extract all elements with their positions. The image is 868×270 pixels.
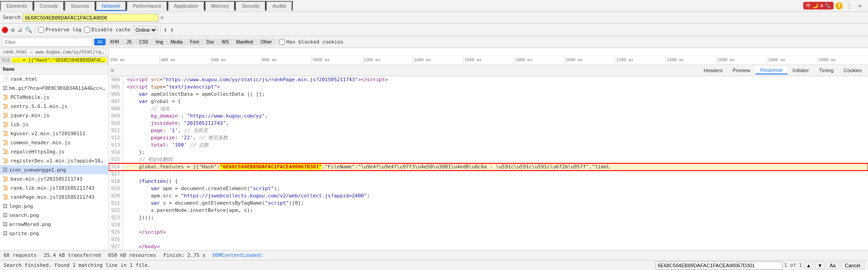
- throttle-select[interactable]: Online: [133, 26, 158, 34]
- list-item[interactable]: 📜PCToMobile.js: [0, 93, 108, 102]
- filter-css[interactable]: CSS: [136, 39, 152, 45]
- code-line-915: 915 // 初始化翻唱: [109, 156, 868, 163]
- list-item[interactable]: 📜sentry.5.6.1.min.js: [0, 102, 108, 111]
- breadcrumb: rank.html — www.kugou.com/yy/html/rank.h…: [0, 48, 108, 56]
- code-line-904: 904 <script src="https://www.kugou.com/y…: [109, 76, 868, 83]
- list-item[interactable]: 📜rankPage.min.js?201505211743: [0, 192, 108, 201]
- tab-security[interactable]: Security: [235, 1, 266, 11]
- tick-2000: 2000 ms: [564, 57, 615, 64]
- filter-ws[interactable]: WS: [218, 39, 232, 45]
- main-panels: Name 📄rank.html 🖼hm.gif?hca=F0E8C9E6034A…: [0, 64, 868, 250]
- divider3: [277, 39, 277, 46]
- case-sensitive-button[interactable]: Aa: [826, 262, 839, 269]
- code-line-926: 926: [109, 236, 868, 243]
- file-name: jquery.min.js: [10, 113, 49, 118]
- gif-file-icon: 🖼: [3, 85, 8, 91]
- tab-preview[interactable]: Preview: [728, 67, 755, 74]
- filter-media[interactable]: Media: [167, 39, 186, 45]
- filter-doc[interactable]: Doc: [203, 39, 217, 45]
- search-close-icon[interactable]: ✕: [160, 14, 164, 21]
- list-item[interactable]: 🖼logo.png: [0, 201, 108, 211]
- search-input[interactable]: [23, 14, 159, 22]
- filter-xhr[interactable]: XHR: [106, 39, 122, 45]
- js-file-icon: 📜: [3, 194, 9, 200]
- filter-manifest[interactable]: Manifest: [233, 39, 256, 45]
- cancel-search-button[interactable]: Cancel: [841, 262, 864, 269]
- blocked-cookies-checkbox[interactable]: Has blocked cookies: [279, 39, 343, 45]
- filter-all[interactable]: All: [94, 39, 106, 45]
- list-item[interactable]: 📜rank.lib.min.js?201505211743: [0, 183, 108, 192]
- tab-sources[interactable]: Sources: [64, 1, 95, 11]
- tab-performance[interactable]: Performance: [126, 1, 168, 11]
- name-column-header: Name: [3, 66, 15, 72]
- preserve-log-checkbox[interactable]: Preserve log: [38, 27, 81, 33]
- close-panel-icon[interactable]: ✕: [111, 67, 114, 74]
- tick-2200: 2200 ms: [615, 57, 665, 64]
- list-item[interactable]: 🖼search.png: [0, 211, 108, 220]
- code-line-907: 907 var global = {: [109, 98, 868, 105]
- tick-3000: 3000 ms: [817, 57, 868, 64]
- file-list-header: Name: [0, 64, 108, 74]
- moon-icon[interactable]: 🌙: [812, 3, 819, 9]
- list-item[interactable]: 📜common_header.min.js: [0, 138, 108, 147]
- filter-font[interactable]: Font: [187, 39, 202, 45]
- list-item[interactable]: 🖼sprite.png: [0, 229, 108, 238]
- settings-icon[interactable]: ⚙: [820, 3, 823, 9]
- list-item[interactable]: 📜registerDev.v1.min.js?appid=1014&201904…: [0, 156, 108, 165]
- file-name: common_header.min.js: [10, 140, 70, 146]
- search-next-button[interactable]: ▼: [815, 262, 825, 269]
- tab-timing[interactable]: Timing: [815, 67, 839, 74]
- list-item[interactable]: 📜base-min.js?201505211743: [0, 174, 108, 183]
- bottom-stats-bar: 68 requests 25.4 kB transferred 650 kB r…: [0, 250, 868, 260]
- record-button[interactable]: [2, 27, 8, 33]
- code-line-920: 920 apm.src = "https://jswebcollects.kug…: [109, 192, 868, 200]
- chinese-icon[interactable]: 中: [806, 2, 811, 9]
- filter-input[interactable]: [2, 38, 92, 47]
- close-devtools-icon[interactable]: ✕: [855, 1, 864, 10]
- filter-js[interactable]: JS: [123, 39, 135, 45]
- breadcrumb-text: rank.html — www.kugou.com/yy/html/rank.h…: [3, 49, 106, 54]
- devtools-window: Elements Console Sources Network Perform…: [0, 0, 868, 270]
- disable-cache-checkbox[interactable]: Disable cache: [84, 27, 130, 33]
- code-line-927: 927 </body>: [109, 243, 868, 250]
- list-item[interactable]: 🖼arrowMored.png: [0, 220, 108, 229]
- tab-headers[interactable]: Headers: [699, 67, 727, 74]
- list-item[interactable]: 📜repalceHttpsImg.js: [0, 147, 108, 156]
- code-line-908: 908 // 域名: [109, 105, 868, 113]
- tab-console[interactable]: Console: [34, 1, 64, 11]
- filter-toggle-icon[interactable]: ⊿: [17, 26, 22, 33]
- tab-audits[interactable]: Audits: [266, 1, 293, 11]
- code-line-924: 924: [109, 221, 868, 229]
- tab-elements[interactable]: Elements: [0, 1, 34, 11]
- finish-time: Finish: 2.75 s: [164, 252, 206, 258]
- list-item[interactable]: 📜lib.js: [0, 120, 108, 129]
- list-item[interactable]: 📜kguser.v2.min.js?20190111: [0, 129, 108, 138]
- import-har-icon[interactable]: ⬆: [164, 26, 167, 34]
- tool-icon[interactable]: 🔧: [825, 3, 831, 9]
- tick-1600: 1600 ms: [463, 57, 514, 64]
- list-item[interactable]: 📜jquery.min.js: [0, 111, 108, 120]
- clear-button[interactable]: ⊘: [11, 26, 14, 34]
- search-bottom-input[interactable]: [656, 261, 782, 270]
- code-viewer: 904 <script src="https://www.kugou.com/y…: [109, 76, 868, 250]
- js-file-icon: 📜: [3, 122, 9, 128]
- tab-response[interactable]: Response: [756, 66, 787, 74]
- js-file-icon: 📜: [3, 103, 9, 109]
- export-har-icon[interactable]: ⬇: [170, 26, 174, 34]
- js-file-icon: 📜: [3, 113, 9, 118]
- search-network-icon[interactable]: 🔍: [25, 26, 32, 33]
- tab-initiator[interactable]: Initiator: [788, 67, 814, 74]
- list-item[interactable]: 🖼hm.gif?hca=F0E8C9E6034A11A4&cc=1&ck=1&c…: [0, 83, 108, 93]
- filter-other[interactable]: Other: [257, 39, 275, 45]
- tab-cookies[interactable]: Cookies: [839, 67, 866, 74]
- file-name: arrowMored.png: [9, 221, 51, 227]
- filter-img[interactable]: Img: [152, 39, 166, 45]
- search-prev-button[interactable]: ▲: [804, 262, 814, 269]
- list-item[interactable]: 🖼icon_yuewangga1.png: [0, 165, 108, 174]
- tab-memory[interactable]: Memory: [205, 1, 236, 11]
- network-filter-bar: All XHR JS CSS Img Media Font Doc WS Man…: [0, 36, 868, 48]
- more-options-icon[interactable]: ⋮: [844, 1, 854, 10]
- tab-network[interactable]: Network: [96, 1, 126, 11]
- tab-application[interactable]: Application: [168, 1, 205, 11]
- list-item[interactable]: 📄rank.html: [0, 74, 108, 83]
